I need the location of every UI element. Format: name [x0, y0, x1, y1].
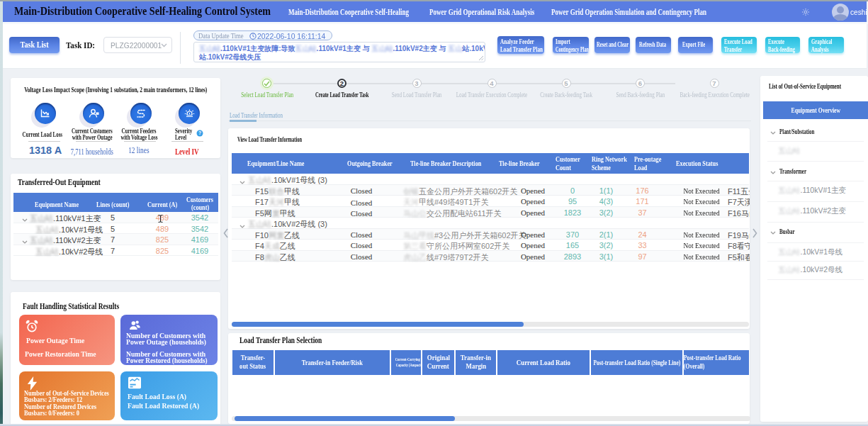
svg-text:?: ? — [198, 130, 201, 135]
